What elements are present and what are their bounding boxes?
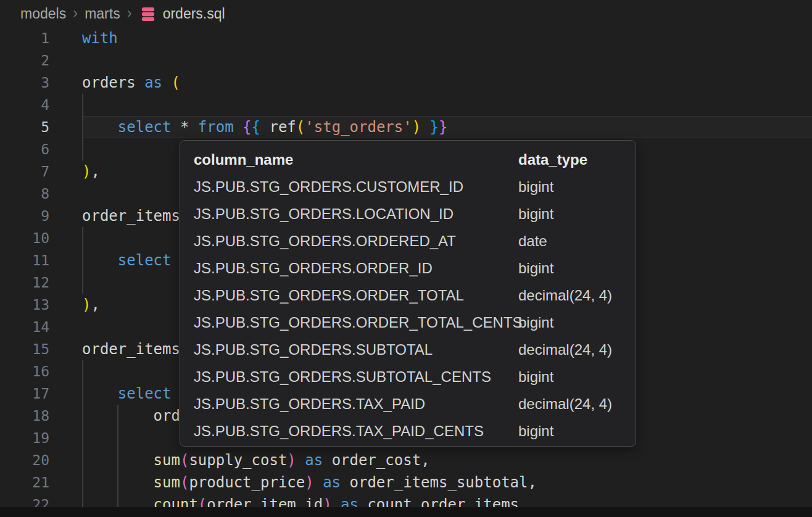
code-token: { (242, 118, 251, 136)
code-line[interactable]: select * from {{ ref('stg_orders') }} (82, 116, 447, 138)
data-type-header: data_type (518, 146, 636, 173)
line-number[interactable]: 18 (0, 405, 49, 427)
code-token: as (144, 74, 162, 91)
code-token (296, 452, 305, 469)
popup-table-header: column_name data_type (180, 146, 636, 173)
code-line[interactable]: order_items (82, 205, 180, 227)
code-token: orders (82, 74, 136, 91)
breadcrumb-item-file[interactable]: orders.sql (163, 6, 225, 22)
breadcrumb-item-models[interactable]: models (20, 6, 66, 22)
code-line[interactable]: sum(product_price) as order_items_subtot… (82, 471, 537, 494)
line-number[interactable]: 19 (0, 427, 49, 449)
column-name-cell: JS.PUB.STG_ORDERS.SUBTOTAL (194, 336, 518, 363)
code-token: ( (172, 74, 180, 91)
code-token: order_items (82, 341, 180, 358)
data-type-cell: bigint (518, 201, 636, 228)
line-number[interactable]: 15 (0, 338, 49, 360)
code-token: ( (180, 452, 189, 469)
code-token: order_items (82, 207, 180, 225)
line-number[interactable]: 3 (0, 72, 49, 94)
line-number[interactable]: 6 (0, 138, 49, 160)
column-name-cell: JS.PUB.STG_ORDERS.TAX_PAID (194, 391, 518, 418)
database-icon (139, 5, 157, 23)
code-token: * (180, 118, 189, 136)
chevron-right-icon: › (66, 4, 85, 22)
code-line[interactable]: ord (82, 405, 180, 427)
code-token: ( (296, 118, 305, 136)
code-token: order_cost (332, 452, 421, 469)
code-token: ) (287, 452, 296, 469)
indent-guide (82, 360, 83, 507)
line-number[interactable]: 13 (0, 294, 49, 316)
code-token (260, 118, 269, 136)
code-token: ) (412, 118, 421, 136)
column-name-cell: JS.PUB.STG_ORDERS.ORDER_TOTAL_CENTS (194, 309, 518, 336)
code-line[interactable]: ), (82, 294, 100, 316)
line-number[interactable]: 14 (0, 316, 49, 338)
line-number[interactable]: 7 (0, 160, 49, 183)
table-row: JS.PUB.STG_ORDERS.TAX_PAIDdecimal(24, 4) (180, 391, 636, 418)
code-token: ( (180, 474, 189, 491)
column-name-cell: JS.PUB.STG_ORDERS.SUBTOTAL_CENTS (194, 363, 518, 391)
code-line[interactable]: select (82, 249, 172, 271)
code-line[interactable]: sum(supply_cost) as order_cost, (82, 449, 430, 471)
code-token: select (118, 385, 172, 402)
table-row: JS.PUB.STG_ORDERS.ORDER_IDbigint (180, 255, 636, 282)
line-number[interactable]: 21 (0, 471, 49, 494)
code-token: supply_cost (189, 452, 287, 469)
code-token (82, 118, 118, 136)
code-line[interactable]: order_items (82, 338, 180, 360)
data-type-cell: bigint (518, 173, 636, 201)
line-number[interactable]: 5 (0, 116, 49, 138)
table-row: JS.PUB.STG_ORDERS.ORDER_TOTAL_CENTSbigin… (180, 309, 636, 336)
code-token: , (528, 474, 537, 491)
editor-window: models › marts › orders.sql 123456789101… (0, 0, 812, 517)
code-line[interactable]: select (82, 383, 172, 405)
code-token: from (198, 118, 234, 136)
code-token: ord (154, 407, 180, 424)
code-token: , (91, 163, 99, 180)
line-number[interactable]: 2 (0, 49, 49, 72)
code-token: ) (82, 163, 91, 180)
line-number[interactable]: 11 (0, 249, 49, 271)
code-token (314, 474, 323, 491)
table-row: JS.PUB.STG_ORDERS.ORDER_TOTALdecimal(24,… (180, 282, 636, 309)
code-token: order_items_subtotal (350, 474, 528, 491)
code-token: 'stg_orders' (305, 118, 412, 136)
code-token: , (91, 296, 99, 313)
code-token (82, 385, 118, 402)
line-number[interactable]: 20 (0, 449, 49, 471)
code-token: } (439, 118, 447, 136)
code-token: as (305, 452, 323, 469)
line-number[interactable]: 10 (0, 227, 49, 249)
code-token (189, 118, 197, 136)
code-token: ) (82, 296, 91, 313)
line-number[interactable]: 9 (0, 205, 49, 227)
code-token: sum (154, 452, 180, 469)
code-token: with (82, 30, 118, 47)
code-token: as (323, 474, 341, 491)
code-token: select (118, 252, 172, 269)
code-token: ref (269, 118, 296, 136)
data-type-cell: bigint (518, 418, 636, 445)
line-number[interactable]: 1 (0, 27, 49, 49)
data-type-cell: date (518, 228, 636, 255)
code-line[interactable]: orders as ( (82, 72, 180, 94)
line-number[interactable]: 8 (0, 183, 49, 205)
code-token (172, 118, 180, 136)
indent-guide (82, 227, 83, 294)
code-line[interactable]: ), (82, 160, 100, 183)
column-name-cell: JS.PUB.STG_ORDERS.TAX_PAID_CENTS (194, 418, 518, 445)
table-row: JS.PUB.STG_ORDERS.SUBTOTALdecimal(24, 4) (180, 336, 636, 363)
line-number[interactable]: 4 (0, 94, 49, 116)
line-number[interactable]: 17 (0, 383, 49, 405)
line-number[interactable]: 12 (0, 271, 49, 294)
column-name-cell: JS.PUB.STG_ORDERS.ORDER_TOTAL (194, 282, 518, 309)
data-type-cell: bigint (518, 255, 636, 282)
table-row: JS.PUB.STG_ORDERS.CUSTOMER_IDbigint (180, 173, 636, 201)
data-type-cell: bigint (518, 309, 636, 336)
breadcrumb-item-marts[interactable]: marts (85, 6, 120, 22)
table-row: JS.PUB.STG_ORDERS.TAX_PAID_CENTSbigint (180, 418, 636, 445)
line-number[interactable]: 16 (0, 360, 49, 383)
code-line[interactable]: with (82, 27, 118, 49)
